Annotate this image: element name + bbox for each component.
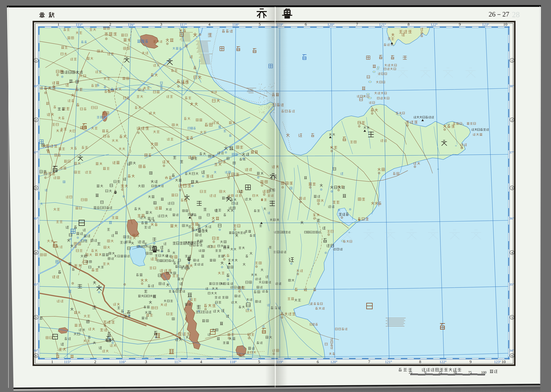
svg-text:35°: 35°	[509, 283, 514, 286]
svg-text:10: 10	[501, 359, 506, 364]
svg-text:1: 1	[51, 359, 53, 364]
svg-text:8: 8	[419, 359, 421, 364]
svg-text:3: 3	[160, 22, 162, 26]
svg-text:5: 5	[35, 316, 37, 319]
svg-text:120°: 120°	[330, 360, 337, 364]
svg-text:0: 0	[425, 371, 426, 374]
svg-text:8: 8	[408, 22, 410, 26]
svg-text:4: 4	[511, 251, 513, 254]
svg-text:36°: 36°	[33, 217, 38, 220]
svg-text:35°: 35°	[33, 283, 38, 286]
svg-text:2: 2	[35, 118, 37, 122]
svg-text:28: 28	[512, 10, 520, 19]
svg-text:75: 75	[468, 371, 472, 374]
svg-text:25: 25	[438, 371, 442, 374]
svg-text:123°: 123°	[482, 22, 489, 27]
svg-text:122°: 122°	[430, 22, 437, 27]
svg-text:121°: 121°	[385, 360, 392, 364]
svg-text:34°: 34°	[33, 349, 38, 352]
svg-text:115°: 115°	[64, 360, 71, 364]
svg-text:123°: 123°	[494, 360, 501, 364]
svg-text:4: 4	[35, 251, 37, 254]
svg-text:5: 5	[259, 22, 261, 26]
svg-text:116°: 116°	[128, 22, 135, 27]
svg-text:5: 5	[511, 316, 513, 319]
svg-text:7: 7	[356, 22, 358, 26]
svg-text:38°: 38°	[33, 84, 38, 88]
svg-text:26－27: 26－27	[489, 10, 509, 18]
svg-text:10: 10	[503, 22, 507, 26]
svg-text:118°: 118°	[230, 360, 237, 364]
svg-text:4: 4	[208, 22, 210, 26]
svg-text:25: 25	[409, 371, 412, 374]
svg-text:100: 100	[481, 371, 486, 374]
svg-text:2: 2	[109, 22, 111, 26]
svg-text:38°: 38°	[509, 84, 514, 88]
svg-text:34°: 34°	[509, 349, 514, 352]
svg-text:2: 2	[94, 359, 96, 364]
svg-text:1: 1	[35, 59, 37, 62]
svg-text:3: 3	[35, 186, 37, 190]
svg-text:6: 6	[35, 354, 37, 357]
svg-text:1: 1	[58, 22, 59, 26]
svg-text:118°: 118°	[232, 22, 239, 27]
svg-text:3: 3	[145, 359, 147, 364]
svg-text:117°: 117°	[174, 360, 181, 364]
svg-text:122°: 122°	[439, 360, 446, 364]
svg-text:120°: 120°	[327, 22, 334, 27]
svg-text:50: 50	[453, 371, 457, 374]
svg-text:37°: 37°	[33, 151, 38, 154]
svg-text:121°: 121°	[379, 22, 386, 27]
svg-text:6: 6	[305, 22, 307, 26]
svg-text:9: 9	[459, 22, 461, 26]
svg-text:6: 6	[511, 354, 513, 357]
svg-text:7: 7	[368, 359, 370, 364]
svg-text:2: 2	[511, 118, 513, 122]
svg-text:4: 4	[200, 359, 202, 364]
svg-text:116°: 116°	[119, 360, 126, 364]
svg-text:36°: 36°	[509, 217, 514, 220]
svg-text:1: 1	[511, 59, 513, 62]
svg-text:6: 6	[317, 359, 319, 364]
svg-text:9: 9	[470, 359, 472, 364]
svg-text:117°: 117°	[180, 22, 187, 27]
svg-text:5: 5	[258, 359, 260, 364]
svg-text:3: 3	[511, 186, 513, 190]
svg-text:37°: 37°	[509, 151, 514, 154]
svg-text:115°: 115°	[76, 22, 82, 27]
